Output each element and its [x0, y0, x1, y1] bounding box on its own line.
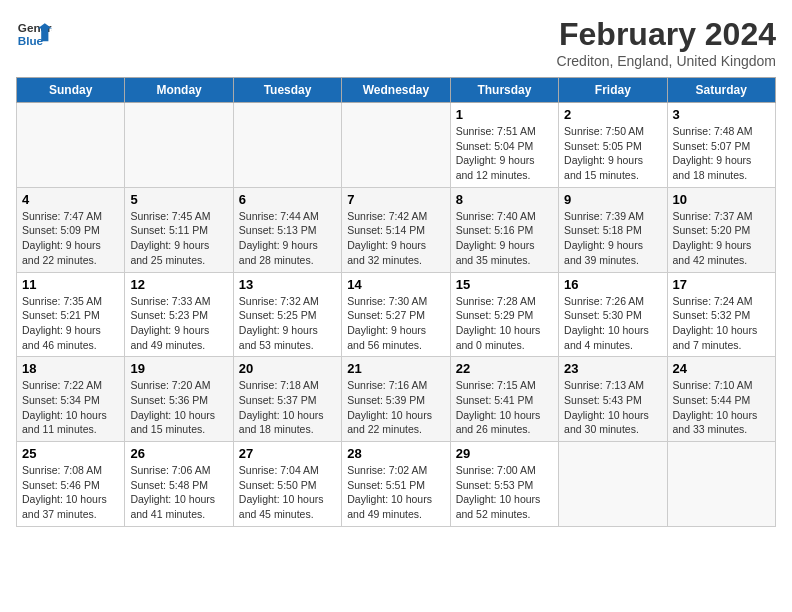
cell-details: Sunrise: 7:20 AMSunset: 5:36 PMDaylight:…: [130, 378, 227, 437]
date-number: 17: [673, 277, 770, 292]
date-number: 8: [456, 192, 553, 207]
logo-icon: General Blue: [16, 16, 52, 52]
cell-details: Sunrise: 7:13 AMSunset: 5:43 PMDaylight:…: [564, 378, 661, 437]
cell-details: Sunrise: 7:44 AMSunset: 5:13 PMDaylight:…: [239, 209, 336, 268]
cell-details: Sunrise: 7:15 AMSunset: 5:41 PMDaylight:…: [456, 378, 553, 437]
calendar-cell: 28Sunrise: 7:02 AMSunset: 5:51 PMDayligh…: [342, 442, 450, 527]
date-number: 2: [564, 107, 661, 122]
calendar-cell: 11Sunrise: 7:35 AMSunset: 5:21 PMDayligh…: [17, 272, 125, 357]
cell-details: Sunrise: 7:39 AMSunset: 5:18 PMDaylight:…: [564, 209, 661, 268]
calendar-cell: 29Sunrise: 7:00 AMSunset: 5:53 PMDayligh…: [450, 442, 558, 527]
cell-details: Sunrise: 7:16 AMSunset: 5:39 PMDaylight:…: [347, 378, 444, 437]
calendar-cell: 1Sunrise: 7:51 AMSunset: 5:04 PMDaylight…: [450, 103, 558, 188]
date-number: 20: [239, 361, 336, 376]
cell-details: Sunrise: 7:22 AMSunset: 5:34 PMDaylight:…: [22, 378, 119, 437]
calendar-cell: 15Sunrise: 7:28 AMSunset: 5:29 PMDayligh…: [450, 272, 558, 357]
calendar-cell: [17, 103, 125, 188]
calendar-cell: [233, 103, 341, 188]
date-number: 15: [456, 277, 553, 292]
cell-details: Sunrise: 7:47 AMSunset: 5:09 PMDaylight:…: [22, 209, 119, 268]
cell-details: Sunrise: 7:24 AMSunset: 5:32 PMDaylight:…: [673, 294, 770, 353]
date-number: 11: [22, 277, 119, 292]
calendar-cell: 6Sunrise: 7:44 AMSunset: 5:13 PMDaylight…: [233, 187, 341, 272]
calendar-cell: 2Sunrise: 7:50 AMSunset: 5:05 PMDaylight…: [559, 103, 667, 188]
date-number: 16: [564, 277, 661, 292]
calendar-cell: 9Sunrise: 7:39 AMSunset: 5:18 PMDaylight…: [559, 187, 667, 272]
calendar-cell: [667, 442, 775, 527]
calendar-cell: 14Sunrise: 7:30 AMSunset: 5:27 PMDayligh…: [342, 272, 450, 357]
date-number: 7: [347, 192, 444, 207]
calendar-cell: 20Sunrise: 7:18 AMSunset: 5:37 PMDayligh…: [233, 357, 341, 442]
date-number: 29: [456, 446, 553, 461]
cell-details: Sunrise: 7:33 AMSunset: 5:23 PMDaylight:…: [130, 294, 227, 353]
date-number: 21: [347, 361, 444, 376]
date-number: 25: [22, 446, 119, 461]
calendar-cell: 24Sunrise: 7:10 AMSunset: 5:44 PMDayligh…: [667, 357, 775, 442]
calendar-table: SundayMondayTuesdayWednesdayThursdayFrid…: [16, 77, 776, 527]
week-row-5: 25Sunrise: 7:08 AMSunset: 5:46 PMDayligh…: [17, 442, 776, 527]
week-row-2: 4Sunrise: 7:47 AMSunset: 5:09 PMDaylight…: [17, 187, 776, 272]
calendar-cell: 10Sunrise: 7:37 AMSunset: 5:20 PMDayligh…: [667, 187, 775, 272]
cell-details: Sunrise: 7:37 AMSunset: 5:20 PMDaylight:…: [673, 209, 770, 268]
calendar-cell: 27Sunrise: 7:04 AMSunset: 5:50 PMDayligh…: [233, 442, 341, 527]
calendar-cell: 25Sunrise: 7:08 AMSunset: 5:46 PMDayligh…: [17, 442, 125, 527]
date-number: 13: [239, 277, 336, 292]
calendar-cell: 19Sunrise: 7:20 AMSunset: 5:36 PMDayligh…: [125, 357, 233, 442]
title-block: February 2024 Crediton, England, United …: [557, 16, 776, 69]
cell-details: Sunrise: 7:45 AMSunset: 5:11 PMDaylight:…: [130, 209, 227, 268]
page-header: General Blue February 2024 Crediton, Eng…: [16, 16, 776, 69]
date-number: 26: [130, 446, 227, 461]
calendar-cell: 3Sunrise: 7:48 AMSunset: 5:07 PMDaylight…: [667, 103, 775, 188]
cell-details: Sunrise: 7:04 AMSunset: 5:50 PMDaylight:…: [239, 463, 336, 522]
calendar-cell: 22Sunrise: 7:15 AMSunset: 5:41 PMDayligh…: [450, 357, 558, 442]
date-number: 18: [22, 361, 119, 376]
page-title: February 2024: [557, 16, 776, 53]
calendar-cell: 17Sunrise: 7:24 AMSunset: 5:32 PMDayligh…: [667, 272, 775, 357]
calendar-body: 1Sunrise: 7:51 AMSunset: 5:04 PMDaylight…: [17, 103, 776, 527]
calendar-cell: 4Sunrise: 7:47 AMSunset: 5:09 PMDaylight…: [17, 187, 125, 272]
calendar-cell: 16Sunrise: 7:26 AMSunset: 5:30 PMDayligh…: [559, 272, 667, 357]
calendar-cell: 8Sunrise: 7:40 AMSunset: 5:16 PMDaylight…: [450, 187, 558, 272]
day-header-saturday: Saturday: [667, 78, 775, 103]
date-number: 1: [456, 107, 553, 122]
cell-details: Sunrise: 7:08 AMSunset: 5:46 PMDaylight:…: [22, 463, 119, 522]
cell-details: Sunrise: 7:32 AMSunset: 5:25 PMDaylight:…: [239, 294, 336, 353]
week-row-3: 11Sunrise: 7:35 AMSunset: 5:21 PMDayligh…: [17, 272, 776, 357]
week-row-4: 18Sunrise: 7:22 AMSunset: 5:34 PMDayligh…: [17, 357, 776, 442]
day-header-thursday: Thursday: [450, 78, 558, 103]
cell-details: Sunrise: 7:02 AMSunset: 5:51 PMDaylight:…: [347, 463, 444, 522]
date-number: 27: [239, 446, 336, 461]
cell-details: Sunrise: 7:30 AMSunset: 5:27 PMDaylight:…: [347, 294, 444, 353]
date-number: 28: [347, 446, 444, 461]
date-number: 10: [673, 192, 770, 207]
calendar-cell: 12Sunrise: 7:33 AMSunset: 5:23 PMDayligh…: [125, 272, 233, 357]
calendar-cell: 23Sunrise: 7:13 AMSunset: 5:43 PMDayligh…: [559, 357, 667, 442]
cell-details: Sunrise: 7:35 AMSunset: 5:21 PMDaylight:…: [22, 294, 119, 353]
cell-details: Sunrise: 7:18 AMSunset: 5:37 PMDaylight:…: [239, 378, 336, 437]
date-number: 6: [239, 192, 336, 207]
days-header-row: SundayMondayTuesdayWednesdayThursdayFrid…: [17, 78, 776, 103]
cell-details: Sunrise: 7:50 AMSunset: 5:05 PMDaylight:…: [564, 124, 661, 183]
date-number: 3: [673, 107, 770, 122]
date-number: 12: [130, 277, 227, 292]
date-number: 22: [456, 361, 553, 376]
cell-details: Sunrise: 7:28 AMSunset: 5:29 PMDaylight:…: [456, 294, 553, 353]
day-header-wednesday: Wednesday: [342, 78, 450, 103]
cell-details: Sunrise: 7:26 AMSunset: 5:30 PMDaylight:…: [564, 294, 661, 353]
day-header-sunday: Sunday: [17, 78, 125, 103]
date-number: 14: [347, 277, 444, 292]
cell-details: Sunrise: 7:48 AMSunset: 5:07 PMDaylight:…: [673, 124, 770, 183]
cell-details: Sunrise: 7:40 AMSunset: 5:16 PMDaylight:…: [456, 209, 553, 268]
calendar-cell: 21Sunrise: 7:16 AMSunset: 5:39 PMDayligh…: [342, 357, 450, 442]
date-number: 23: [564, 361, 661, 376]
date-number: 19: [130, 361, 227, 376]
week-row-1: 1Sunrise: 7:51 AMSunset: 5:04 PMDaylight…: [17, 103, 776, 188]
cell-details: Sunrise: 7:10 AMSunset: 5:44 PMDaylight:…: [673, 378, 770, 437]
calendar-cell: [342, 103, 450, 188]
date-number: 4: [22, 192, 119, 207]
cell-details: Sunrise: 7:51 AMSunset: 5:04 PMDaylight:…: [456, 124, 553, 183]
svg-text:Blue: Blue: [18, 34, 44, 47]
logo: General Blue: [16, 16, 52, 52]
page-subtitle: Crediton, England, United Kingdom: [557, 53, 776, 69]
day-header-tuesday: Tuesday: [233, 78, 341, 103]
